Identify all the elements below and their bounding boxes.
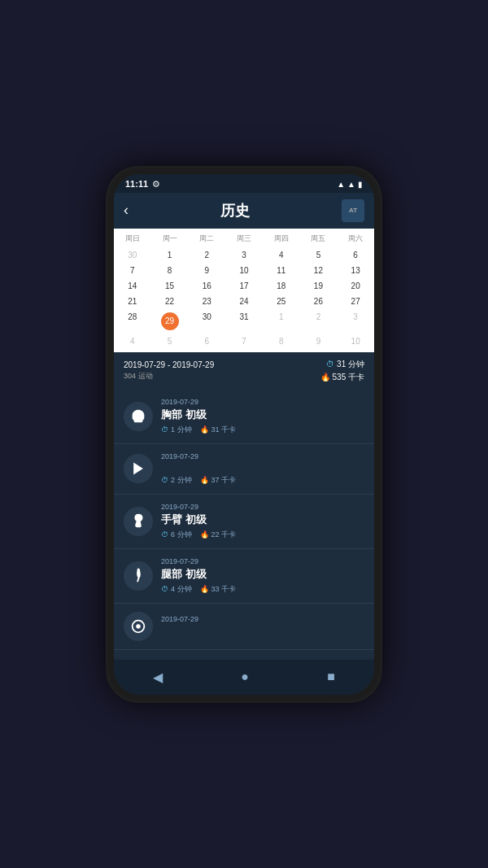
- phone-frame: 11:11 ⚙ ▲ ▲ ▮ ‹ 历史 AT 周日 周一 周二 周三: [106, 166, 382, 703]
- cal-day-6-next[interactable]: 6: [188, 334, 225, 349]
- cal-day-2[interactable]: 2: [188, 247, 225, 263]
- cal-day-8-next[interactable]: 8: [263, 334, 300, 349]
- cal-day-12[interactable]: 12: [300, 263, 338, 278]
- cal-day-6[interactable]: 6: [337, 247, 374, 263]
- extra-icon: [124, 612, 153, 641]
- clock-icon: ⏱: [326, 360, 334, 369]
- cal-day-11[interactable]: 11: [263, 263, 300, 278]
- cal-day-28[interactable]: 28: [114, 309, 151, 334]
- cal-day-4-next[interactable]: 4: [114, 334, 151, 349]
- workout-date-extra: 2019-07-29: [161, 615, 364, 623]
- cal-day-9-next[interactable]: 9: [300, 334, 338, 349]
- cal-day-1-next[interactable]: 1: [263, 309, 300, 334]
- cal-day-17[interactable]: 17: [225, 278, 263, 294]
- cal-header-sun: 周日: [114, 232, 151, 246]
- page-title: 历史: [220, 201, 250, 220]
- cal-day-3-next[interactable]: 3: [337, 309, 374, 334]
- workout-info-ab: 2019-07-29 ⏱ 2 分钟 🔥 37 千卡: [161, 452, 364, 486]
- arm-icon: [124, 507, 153, 536]
- top-bar: ‹ 历史 AT: [114, 193, 374, 229]
- cal-day-5-next[interactable]: 5: [151, 334, 189, 349]
- cal-day-27[interactable]: 27: [337, 294, 374, 309]
- cal-day-7-next[interactable]: 7: [225, 334, 263, 349]
- cal-day-5[interactable]: 5: [300, 247, 338, 263]
- cal-day-24[interactable]: 24: [225, 294, 263, 309]
- status-bar: 11:11 ⚙ ▲ ▲ ▮: [114, 174, 374, 193]
- workout-date-arm: 2019-07-29: [161, 503, 364, 511]
- cal-header-tue: 周二: [188, 232, 225, 246]
- leg-cal-val: 33 千卡: [211, 584, 237, 595]
- cal-day-10-next[interactable]: 10: [337, 334, 374, 349]
- cal-day-22[interactable]: 22: [151, 294, 189, 309]
- summary-calories: 535 千卡: [333, 372, 364, 383]
- cal-day-18[interactable]: 18: [263, 278, 300, 294]
- cal-day-25[interactable]: 25: [263, 294, 300, 309]
- cal-day-8[interactable]: 8: [151, 263, 189, 278]
- workout-item-arm[interactable]: 2019-07-29 手臂 初级 ⏱ 6 分钟 🔥 22 千卡: [114, 495, 374, 549]
- cal-day-9[interactable]: 9: [188, 263, 225, 278]
- cal-day-30[interactable]: 30: [188, 309, 225, 334]
- cal-day-30-prev[interactable]: 30: [114, 247, 151, 263]
- summary-date-range: 2019-07-29 - 2019-07-29: [124, 360, 214, 369]
- arm-cal: 🔥 22 千卡: [200, 530, 237, 540]
- cal-day-10[interactable]: 10: [225, 263, 263, 278]
- summary-left: 2019-07-29 - 2019-07-29 304 运动: [124, 360, 214, 382]
- workout-item-ab[interactable]: 2019-07-29 ⏱ 2 分钟 🔥 37 千卡: [114, 444, 374, 495]
- cal-header-wed: 周三: [225, 232, 263, 246]
- ab-cal-val: 37 千卡: [211, 475, 237, 486]
- cal-day-7[interactable]: 7: [114, 263, 151, 278]
- cal-day-4[interactable]: 4: [263, 247, 300, 263]
- leg-fire-icon: 🔥: [200, 585, 209, 593]
- cal-day-26[interactable]: 26: [300, 294, 338, 309]
- back-button[interactable]: ‹: [124, 202, 129, 219]
- settings-icon: ⚙: [152, 179, 160, 190]
- ad-label: AT: [349, 207, 357, 214]
- leg-time-val: 4 分钟: [171, 584, 192, 595]
- workout-list: 2019-07-29 胸部 初级 ⏱ 1 分钟 🔥 31 千卡: [114, 390, 374, 660]
- workout-date-ab: 2019-07-29: [161, 452, 364, 460]
- workout-item-extra[interactable]: 2019-07-29: [114, 604, 374, 650]
- leg-cal: 🔥 33 千卡: [200, 584, 237, 595]
- ab-time-val: 2 分钟: [171, 475, 192, 486]
- cal-day-31[interactable]: 31: [225, 309, 263, 334]
- cal-day-29-selected[interactable]: 29: [151, 309, 189, 334]
- workout-meta-leg: ⏱ 4 分钟 🔥 33 千卡: [161, 584, 364, 595]
- cal-day-21[interactable]: 21: [114, 294, 151, 309]
- cal-header-thu: 周四: [263, 232, 300, 246]
- cal-day-19[interactable]: 19: [300, 278, 338, 294]
- cal-day-16[interactable]: 16: [188, 278, 225, 294]
- cal-day-13[interactable]: 13: [337, 263, 374, 278]
- cal-day-20[interactable]: 20: [337, 278, 374, 294]
- cal-header-mon: 周一: [151, 232, 189, 246]
- nav-home-button[interactable]: ●: [224, 666, 265, 687]
- chest-cal-val: 31 千卡: [211, 425, 237, 435]
- arm-clock-icon: ⏱: [161, 530, 168, 539]
- summary-stats: ⏱ 31 分钟 🔥 535 千卡: [320, 359, 364, 383]
- workout-info-leg: 2019-07-29 腿部 初级 ⏱ 4 分钟 🔥 33 千卡: [161, 557, 364, 595]
- chest-cal: 🔥 31 千卡: [200, 425, 237, 435]
- cal-day-2-next[interactable]: 2: [300, 309, 338, 334]
- chest-fire-icon: 🔥: [200, 425, 209, 434]
- summary-cal-stat: 🔥 535 千卡: [320, 372, 364, 383]
- nav-back-button[interactable]: ◀: [137, 666, 179, 688]
- cal-day-3[interactable]: 3: [225, 247, 263, 263]
- workout-item-leg[interactable]: 2019-07-29 腿部 初级 ⏱ 4 分钟 🔥 33 千卡: [114, 549, 374, 604]
- arm-time: ⏱ 6 分钟: [161, 530, 192, 540]
- workout-meta-ab: ⏱ 2 分钟 🔥 37 千卡: [161, 475, 364, 486]
- nav-bar: ◀ ● ■: [114, 660, 374, 695]
- workout-item-chest[interactable]: 2019-07-29 胸部 初级 ⏱ 1 分钟 🔥 31 千卡: [114, 390, 374, 444]
- status-time: 11:11: [125, 179, 148, 189]
- workout-meta-arm: ⏱ 6 分钟 🔥 22 千卡: [161, 530, 364, 540]
- ab-icon: [124, 454, 153, 483]
- cal-day-23[interactable]: 23: [188, 294, 225, 309]
- arm-fire-icon: 🔥: [200, 530, 209, 539]
- nav-recents-button[interactable]: ■: [311, 666, 351, 687]
- ad-icon: AT: [342, 199, 364, 222]
- cal-day-1[interactable]: 1: [151, 247, 189, 263]
- arm-time-val: 6 分钟: [171, 530, 192, 540]
- workout-name-chest: 胸部 初级: [161, 408, 364, 422]
- leg-clock-icon: ⏱: [161, 585, 168, 593]
- status-icons: ▲ ▲ ▮: [337, 180, 363, 189]
- cal-day-14[interactable]: 14: [114, 278, 151, 294]
- cal-day-15[interactable]: 15: [151, 278, 189, 294]
